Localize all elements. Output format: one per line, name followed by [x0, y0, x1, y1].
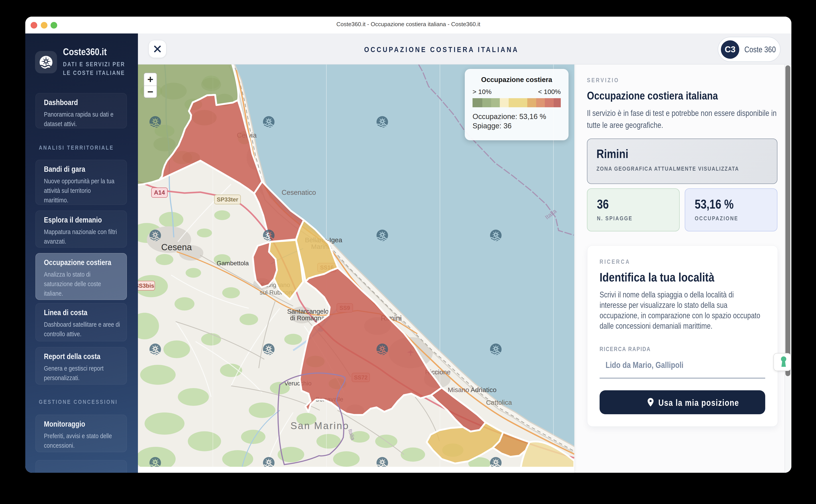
svg-text:Santarcangelo: Santarcangelo	[287, 308, 328, 315]
svg-text:SS3bis: SS3bis	[138, 282, 154, 289]
svg-text:SP33ter: SP33ter	[217, 196, 238, 203]
svg-text:San Marino: San Marino	[290, 420, 349, 431]
svg-text:di Romagna: di Romagna	[290, 315, 325, 322]
svg-text:Gambettola: Gambettola	[217, 260, 249, 267]
svg-text:Misano Adriatico: Misano Adriatico	[448, 386, 497, 393]
svg-text:Cattolica: Cattolica	[486, 399, 512, 406]
svg-text:Cesenatico: Cesenatico	[281, 189, 316, 196]
svg-text:Cesena: Cesena	[161, 242, 192, 252]
svg-text:A14: A14	[154, 189, 165, 196]
